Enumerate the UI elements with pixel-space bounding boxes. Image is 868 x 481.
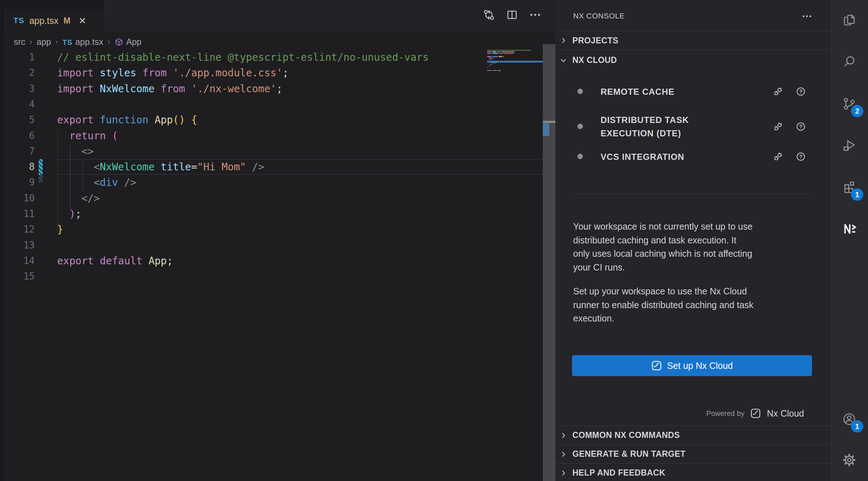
breadcrumb-item-app[interactable]: app <box>36 37 51 47</box>
code-line-3[interactable]: 3import NxWelcome from './nx-welcome'; <box>0 81 542 97</box>
breadcrumb[interactable]: src›app›TSapp.tsx›App <box>14 35 142 49</box>
chevron-right-icon <box>559 469 567 477</box>
code-text: import NxWelcome from './nx-welcome'; <box>57 81 283 97</box>
code-line-9[interactable]: 9 <div /> <box>0 175 542 190</box>
section-generate-run-target[interactable]: GENERATE & RUN TARGET <box>555 444 831 463</box>
code-line-10[interactable]: 10 </> <box>0 191 542 206</box>
section-help-and-feedback[interactable]: HELP AND FEEDBACK <box>555 463 831 481</box>
tab-title: app.tsx <box>29 16 59 26</box>
divider <box>573 193 814 194</box>
section-common-nx-commands[interactable]: COMMON NX COMMANDS <box>555 426 831 444</box>
code-text: ); <box>57 206 81 222</box>
split-editor-icon[interactable] <box>506 9 518 21</box>
breadcrumb-label: src <box>14 37 25 47</box>
powered-by-brand: Nx Cloud <box>767 408 804 419</box>
code-line-15[interactable]: 15 <box>0 269 542 284</box>
code-line-12[interactable]: 12} <box>0 222 542 237</box>
code-text: </> <box>57 191 100 206</box>
setup-nx-cloud-button[interactable]: Set up Nx Cloud <box>572 355 812 376</box>
breadcrumb-separator: › <box>108 37 110 47</box>
editor-toolbar <box>483 9 541 21</box>
feature-row-vcs-integration[interactable]: VCS INTEGRATION? <box>555 148 831 166</box>
breadcrumb-item-app-tsx[interactable]: TSapp.tsx <box>63 37 103 47</box>
breadcrumb-item-app[interactable]: App <box>115 37 142 47</box>
line-number: 8 <box>0 159 35 175</box>
connect-plug-icon[interactable] <box>773 151 783 162</box>
code-text: <> <box>57 144 94 159</box>
chevron-right-icon <box>559 37 567 44</box>
line-number: 1 <box>0 50 35 65</box>
explorer-icon[interactable] <box>842 13 857 28</box>
setup-suggestion-text: Set up your workspace to use the Nx Clou… <box>573 285 819 325</box>
feature-label: VCS INTEGRATION <box>601 150 684 163</box>
settings-icon[interactable] <box>842 453 857 468</box>
line-number: 2 <box>0 65 35 81</box>
line-number: 14 <box>0 253 35 269</box>
activity-bar: 211 <box>831 0 868 481</box>
open-changes-icon[interactable] <box>483 9 495 21</box>
tab-top-gap <box>0 0 104 9</box>
code-line-1[interactable]: 1// eslint-disable-next-line @typescript… <box>0 50 542 65</box>
panel-more-actions-icon[interactable] <box>802 11 812 22</box>
breadcrumb-item-src[interactable]: src <box>14 37 25 47</box>
code-line-13[interactable]: 13 <box>0 238 542 253</box>
breadcrumb-separator: › <box>55 37 58 47</box>
status-dot-icon <box>577 154 583 159</box>
help-icon[interactable]: ? <box>796 86 806 97</box>
feature-label: REMOTE CACHE <box>601 85 674 98</box>
section-label: NX CLOUD <box>572 55 617 65</box>
breadcrumb-label: app <box>36 37 51 47</box>
git-modified-badge: M <box>64 16 70 26</box>
accounts-badge: 1 <box>851 420 863 433</box>
minimap[interactable] <box>487 50 543 79</box>
line-number: 6 <box>0 128 35 144</box>
workspace-status-text: Your workspace is not currently set up t… <box>573 220 819 274</box>
panel-title: NX CONSOLE <box>573 0 625 32</box>
line-number: 12 <box>0 222 35 237</box>
section-label: COMMON NX COMMANDS <box>572 430 680 440</box>
vscode-window: TS app.tsx M src›app›TSapp.tsx›App <box>0 0 868 481</box>
code-text: export default App; <box>57 253 173 269</box>
typescript-file-icon: TS <box>13 16 24 25</box>
feature-row-remote-cache[interactable]: REMOTE CACHE? <box>555 82 831 101</box>
tab-app-tsx[interactable]: TS app.tsx M <box>5 9 104 32</box>
feature-row-distributed-task-execution-dte-[interactable]: DISTRIBUTED TASK EXECUTION (DTE)? <box>555 112 831 141</box>
line-number: 15 <box>0 269 35 284</box>
help-icon[interactable]: ? <box>796 152 806 162</box>
nx-console-icon[interactable] <box>842 222 857 236</box>
more-actions-icon[interactable] <box>529 9 541 21</box>
feature-label: DISTRIBUTED TASK EXECUTION (DTE) <box>601 113 689 140</box>
editor-scrollbar[interactable] <box>543 44 555 481</box>
status-dot-icon <box>577 124 583 129</box>
section-nx-cloud[interactable]: NX CLOUD <box>555 50 831 71</box>
section-projects[interactable]: PROJECTS <box>555 31 831 50</box>
code-line-2[interactable]: 2import styles from './app.module.css'; <box>0 65 542 81</box>
close-icon[interactable] <box>78 16 87 25</box>
code-line-11[interactable]: 11 ); <box>0 206 542 222</box>
section-label: PROJECTS <box>572 36 618 46</box>
nx-cloud-icon <box>750 408 761 419</box>
connect-plug-icon[interactable] <box>773 121 783 132</box>
line-number: 13 <box>0 238 35 253</box>
search-icon[interactable] <box>842 55 857 69</box>
code-text: return ( <box>57 128 118 144</box>
scrollbar-band <box>543 121 555 123</box>
typescript-file-icon: TS <box>63 37 73 47</box>
code-line-5[interactable]: 5export function App() { <box>0 112 542 128</box>
breadcrumb-label: app.tsx <box>75 37 103 47</box>
code-line-6[interactable]: 6 return ( <box>0 128 542 144</box>
setup-button-label: Set up Nx Cloud <box>667 361 733 371</box>
code-line-14[interactable]: 14export default App; <box>0 253 542 269</box>
nx-console-panel: NX CONSOLE PROJECTS NX CLOUD REMOTE CACH… <box>555 0 831 481</box>
chevron-right-icon <box>559 431 567 439</box>
line-number: 10 <box>0 191 35 206</box>
section-label: GENERATE & RUN TARGET <box>572 449 686 459</box>
code-line-8[interactable]: 8 <NxWelcome title="Hi Mom" /> <box>0 159 542 175</box>
code-line-4[interactable]: 4 <box>0 97 542 112</box>
minimap-current-line <box>487 61 543 63</box>
code-line-7[interactable]: 7 <> <box>0 144 542 159</box>
run-and-debug-icon[interactable] <box>842 139 857 153</box>
help-icon[interactable]: ? <box>796 122 806 132</box>
connect-plug-icon[interactable] <box>773 86 783 97</box>
breadcrumb-separator: › <box>30 37 32 47</box>
